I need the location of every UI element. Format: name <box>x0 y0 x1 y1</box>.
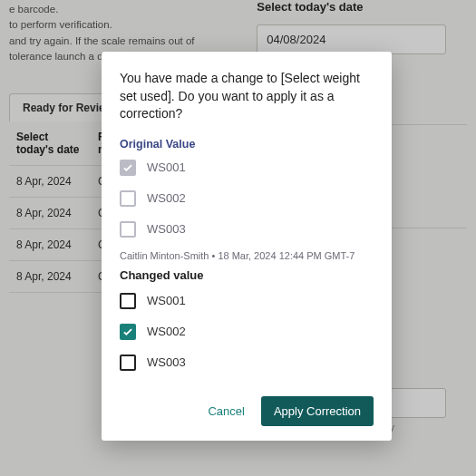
modal-actions: Cancel Apply Correction <box>120 396 374 426</box>
correction-modal: You have made a change to [Select weight… <box>102 52 392 441</box>
cancel-button[interactable]: Cancel <box>208 404 244 418</box>
changed-option-ws001[interactable]: WS001 <box>120 293 374 309</box>
changed-value-label: Changed value <box>120 268 374 282</box>
checkbox-empty-icon <box>120 221 136 238</box>
modal-title: You have made a change to [Select weight… <box>120 70 374 123</box>
checkbox-checked-icon <box>120 160 136 176</box>
changed-option-ws002[interactable]: WS002 <box>120 324 374 340</box>
checkbox-empty-icon <box>120 190 136 207</box>
checkbox-checked-icon[interactable] <box>120 324 136 340</box>
original-option-ws002: WS002 <box>120 190 374 207</box>
original-option-ws001: WS001 <box>120 160 374 176</box>
original-value-label: Original Value <box>120 138 374 151</box>
original-option-ws003: WS003 <box>120 221 374 238</box>
checkbox-empty-icon[interactable] <box>120 355 136 371</box>
checkbox-empty-icon[interactable] <box>120 293 136 309</box>
changed-option-ws003[interactable]: WS003 <box>120 355 374 371</box>
apply-correction-button[interactable]: Apply Correction <box>261 396 374 426</box>
audit-meta: Caitlin Minton-Smith • 18 Mar, 2024 12:4… <box>120 250 374 261</box>
